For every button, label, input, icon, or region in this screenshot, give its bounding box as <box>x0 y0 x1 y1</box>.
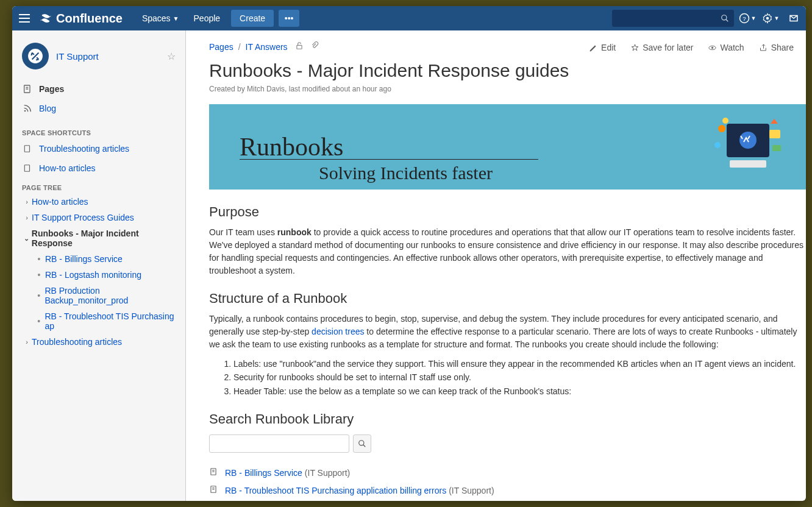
shortcut-label: How-to articles <box>39 163 96 173</box>
edit-action[interactable]: Edit <box>589 43 616 52</box>
tree-item-logstash[interactable]: RB - Logstash monitoring <box>32 267 183 283</box>
logo-text: Confluence <box>56 12 123 26</box>
banner-subtitle: Solving Incidents faster <box>319 163 493 183</box>
svg-point-3 <box>722 15 727 20</box>
svg-point-21 <box>718 125 725 132</box>
page-actions: Edit Save for later Watch Share <box>589 43 794 52</box>
sidebar: IT Support ☆ Pages Blog SPACE SHORTCUTS … <box>12 30 186 501</box>
purpose-paragraph: Our IT team uses runbook to provide a qu… <box>209 226 806 277</box>
star-icon <box>630 43 639 52</box>
chevron-down-icon[interactable]: ⌄ <box>22 235 32 243</box>
unlock-icon[interactable] <box>295 41 304 52</box>
breadcrumb-pages[interactable]: Pages <box>209 42 233 52</box>
watch-action[interactable]: Watch <box>708 43 744 52</box>
star-icon[interactable]: ☆ <box>167 51 176 62</box>
gear-icon <box>762 13 773 24</box>
structure-paragraph: Typically, a runbook contains procedures… <box>209 313 806 351</box>
ellipsis-icon: ••• <box>285 13 294 23</box>
caret-down-icon: ▼ <box>173 15 179 22</box>
create-more-button[interactable]: ••• <box>279 10 299 27</box>
shortcut-troubleshooting[interactable]: Troubleshooting articles <box>12 139 185 158</box>
chevron-right-icon[interactable]: › <box>22 338 32 346</box>
heading-search: Search Runbook Library <box>209 411 806 427</box>
help-icon: ? <box>739 13 750 24</box>
svg-rect-0 <box>19 14 30 15</box>
svg-line-27 <box>363 445 366 447</box>
notification-icon <box>788 13 799 24</box>
banner-divider <box>240 159 538 160</box>
caret-down-icon: ▼ <box>751 15 757 21</box>
help-button[interactable]: ? ▼ <box>738 9 757 28</box>
space-header: IT Support ☆ <box>12 38 185 74</box>
list-item: Security for runbooks should be set to i… <box>233 370 806 384</box>
sidebar-pages-label: Pages <box>39 84 64 94</box>
svg-rect-1 <box>19 18 30 19</box>
confluence-logo[interactable]: Confluence <box>39 12 123 26</box>
heading-purpose: Purpose <box>209 204 806 220</box>
banner-title: Runbooks <box>240 132 343 161</box>
decision-trees-link[interactable]: decision trees <box>312 327 364 336</box>
rss-icon <box>22 103 33 114</box>
sidebar-blog[interactable]: Blog <box>12 99 185 118</box>
notifications-button[interactable] <box>784 9 803 28</box>
tree-item-process[interactable]: ›IT Support Process Guides <box>20 210 183 225</box>
nav-spaces[interactable]: Spaces ▼ <box>135 6 187 30</box>
search-row <box>209 434 806 453</box>
tree-item-backup[interactable]: RB Production Backup_monitor_prod <box>32 283 183 308</box>
chevron-right-icon[interactable]: › <box>22 214 32 221</box>
svg-point-17 <box>712 47 714 49</box>
svg-text:?: ? <box>743 15 746 22</box>
nav-spaces-label: Spaces <box>142 13 171 23</box>
heading-structure: Structure of a Runbook <box>209 291 806 307</box>
sidebar-pages[interactable]: Pages <box>12 79 185 99</box>
svg-point-7 <box>766 17 769 20</box>
global-search[interactable] <box>612 10 734 27</box>
page-tree: ›How-to articles ›IT Support Process Gui… <box>12 194 185 350</box>
space-name-link[interactable]: IT Support <box>56 51 167 62</box>
page-icon <box>209 467 220 478</box>
settings-button[interactable]: ▼ <box>761 9 780 28</box>
svg-rect-13 <box>24 146 29 152</box>
pages-icon <box>22 83 33 94</box>
content-area: Pages / IT Answers Edit Save for later <box>186 30 806 501</box>
create-button[interactable]: Create <box>231 10 274 27</box>
share-action[interactable]: Share <box>759 43 794 52</box>
space-avatar[interactable] <box>22 43 49 69</box>
banner-illustration <box>708 112 788 181</box>
attachment-icon[interactable] <box>311 41 319 52</box>
svg-rect-23 <box>769 130 780 138</box>
shortcut-howto[interactable]: How-to articles <box>12 158 185 178</box>
result-link[interactable]: RB - Troubleshoot TIS Purchasing applica… <box>225 486 446 495</box>
structure-list: Labels: use "runbook"and the service the… <box>233 357 806 398</box>
tree-item-tis[interactable]: RB - Troubleshoot TIS Purchasing ap <box>32 308 183 334</box>
results-list: RB - Billings Service(IT Support)RB - Tr… <box>209 464 806 501</box>
runbook-search-input[interactable] <box>209 434 349 453</box>
result-row: RB - Billings Service(IT Support) <box>209 464 806 481</box>
app-switcher-icon[interactable] <box>17 11 32 26</box>
result-link[interactable]: RB - Billings Service <box>225 468 302 478</box>
shortcut-label: Troubleshooting articles <box>39 144 129 154</box>
breadcrumb-sep: / <box>238 42 241 52</box>
runbook-search-button[interactable] <box>353 434 371 453</box>
page-icon <box>22 163 33 174</box>
svg-point-26 <box>359 441 364 445</box>
save-action[interactable]: Save for later <box>630 43 693 52</box>
svg-line-4 <box>726 20 728 22</box>
breadcrumb-answers[interactable]: IT Answers <box>246 42 288 52</box>
share-icon <box>759 43 768 52</box>
eye-icon <box>708 43 717 52</box>
result-row: RB - Troubleshoot TIS Purchasing applica… <box>209 481 806 499</box>
nav-people[interactable]: People <box>187 6 228 30</box>
svg-point-22 <box>722 118 728 124</box>
svg-rect-25 <box>772 145 781 151</box>
tree-item-runbooks[interactable]: ⌄Runbooks - Major Incident Response <box>20 225 183 251</box>
tree-item-howto[interactable]: ›How-to articles <box>20 194 183 210</box>
chevron-right-icon[interactable]: › <box>22 198 32 205</box>
nav-people-label: People <box>194 13 221 23</box>
pencil-icon <box>589 43 598 52</box>
search-icon <box>358 439 366 448</box>
page-icon <box>209 484 220 496</box>
page-icon <box>22 143 33 154</box>
tree-item-troubleshooting[interactable]: ›Troubleshooting articles <box>20 334 183 350</box>
tree-item-billings[interactable]: RB - Billings Service <box>32 251 183 267</box>
